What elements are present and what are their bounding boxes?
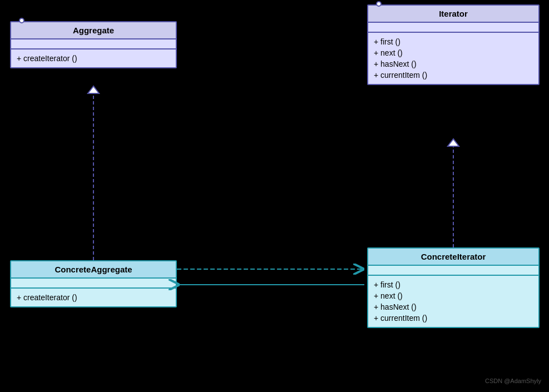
concrete-aggregate-empty-section (11, 279, 176, 289)
aggregate-interface-dot (19, 18, 24, 23)
aggregate-empty-section (11, 39, 176, 49)
iterator-empty-section (368, 23, 538, 33)
uml-diagram: Aggregate + createIterator () Iterator +… (0, 0, 549, 392)
iterator-class: Iterator + first () + next () + hasNext … (367, 4, 540, 85)
concrete-iterator-class: ConcreteIterator + first () + next () + … (367, 247, 540, 328)
aggregate-method-1: + createIterator () (17, 53, 170, 64)
concrete-iterator-methods: + first () + next () + hasNext () + curr… (368, 276, 538, 327)
iterator-method-2: + next () (374, 47, 533, 58)
concrete-aggregate-class: ConcreteAggregate + createIterator () (10, 260, 177, 307)
iterator-method-3: + hasNext () (374, 58, 533, 70)
concrete-aggregate-method-1: + createIterator () (17, 292, 170, 303)
aggregate-generalization-arrow (88, 86, 99, 93)
aggregate-class-name: Aggregate (11, 22, 176, 39)
concrete-aggregate-methods: + createIterator () (11, 289, 176, 306)
iterator-class-name: Iterator (368, 6, 538, 23)
iterator-method-1: + first () (374, 36, 533, 47)
iterator-generalization-arrow (448, 139, 459, 146)
concrete-aggregate-class-name: ConcreteAggregate (11, 261, 176, 279)
concrete-iterator-empty-section (368, 266, 538, 276)
watermark: CSDN @AdamShyly (485, 378, 541, 384)
iterator-method-4: + currentItem () (374, 70, 533, 81)
aggregate-class: Aggregate + createIterator () (10, 21, 177, 68)
aggregate-methods: + createIterator () (11, 49, 176, 67)
iterator-interface-dot (376, 1, 382, 7)
concrete-iterator-method-3: + hasNext () (374, 301, 533, 312)
concrete-iterator-method-1: + first () (374, 279, 533, 290)
concrete-iterator-method-2: + next () (374, 290, 533, 301)
iterator-methods: + first () + next () + hasNext () + curr… (368, 33, 538, 84)
concrete-iterator-method-4: + currentItem () (374, 312, 533, 324)
concrete-iterator-class-name: ConcreteIterator (368, 249, 538, 266)
